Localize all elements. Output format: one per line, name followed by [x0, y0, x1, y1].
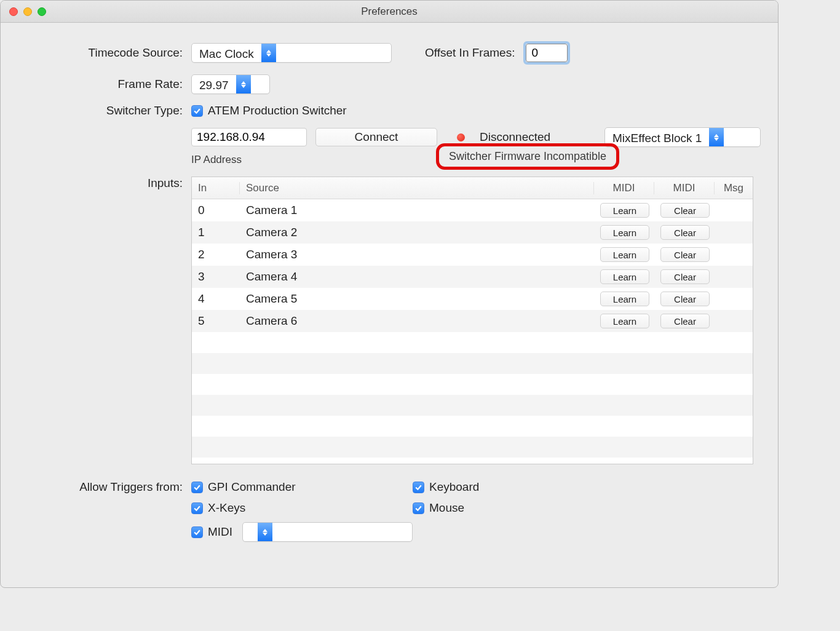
mouse-checkbox[interactable]	[413, 502, 424, 514]
titlebar: Preferences	[1, 1, 778, 23]
keyboard-label: Keyboard	[429, 480, 479, 494]
clear-button[interactable]: Clear	[660, 247, 710, 262]
switcher-type-label: Switcher Type:	[18, 104, 191, 117]
check-icon	[193, 528, 201, 536]
table-row[interactable]: 2Camera 3LearnClear	[192, 244, 753, 266]
learn-button[interactable]: Learn	[600, 269, 649, 284]
col-source: Source	[240, 182, 594, 194]
table-row	[192, 437, 753, 458]
mixeffect-select[interactable]: MixEffect Block 1	[604, 127, 761, 147]
check-icon	[193, 483, 201, 491]
clear-button[interactable]: Clear	[660, 203, 710, 218]
check-icon	[414, 504, 422, 512]
clear-button[interactable]: Clear	[660, 225, 710, 240]
cell-in: 4	[192, 292, 240, 306]
ip-address-input[interactable]	[191, 128, 307, 146]
cell-source: Camera 4	[240, 270, 594, 284]
cell-in: 1	[192, 226, 240, 239]
table-row[interactable]: 5Camera 6LearnClear	[192, 310, 753, 332]
clear-button[interactable]: Clear	[660, 314, 710, 328]
inputs-label: Inputs:	[18, 177, 191, 190]
chevron-updown-icon	[258, 523, 272, 541]
learn-button[interactable]: Learn	[600, 292, 649, 306]
clear-button[interactable]: Clear	[660, 269, 710, 284]
atem-checkbox[interactable]	[191, 105, 203, 117]
table-row	[192, 332, 753, 353]
cell-source: Camera 3	[240, 248, 594, 261]
status-indicator-icon	[457, 133, 465, 141]
table-row[interactable]: 4Camera 5LearnClear	[192, 288, 753, 310]
clear-button[interactable]: Clear	[660, 292, 710, 306]
cell-in: 3	[192, 270, 240, 284]
timecode-source-value: Mac Clock	[192, 44, 261, 62]
timecode-source-label: Timecode Source:	[18, 46, 191, 60]
learn-button[interactable]: Learn	[600, 314, 649, 328]
table-row	[192, 374, 753, 395]
table-row	[192, 416, 753, 437]
check-icon	[414, 483, 422, 491]
midi-label: MIDI	[208, 525, 232, 539]
offset-frames-input[interactable]	[526, 44, 568, 62]
cell-source: Camera 2	[240, 226, 594, 239]
check-icon	[193, 107, 201, 115]
check-icon	[193, 504, 201, 512]
keyboard-checkbox[interactable]	[413, 482, 424, 493]
col-midi2: MIDI	[654, 182, 715, 194]
cell-source: Camera 5	[240, 292, 594, 306]
cell-source: Camera 1	[240, 204, 594, 217]
triggers-label: Allow Triggers from:	[18, 480, 191, 494]
midi-checkbox[interactable]	[191, 526, 203, 538]
offset-frames-label: Offset In Frames:	[425, 46, 515, 60]
window-title: Preferences	[1, 6, 778, 18]
col-in: In	[192, 182, 240, 194]
table-row[interactable]: 1Camera 2LearnClear	[192, 221, 753, 244]
gpi-label: GPI Commander	[208, 480, 296, 494]
xkeys-label: X-Keys	[208, 501, 245, 515]
midi-device-value	[243, 523, 258, 541]
connection-status: Disconnected	[480, 130, 550, 144]
learn-button[interactable]: Learn	[600, 247, 649, 262]
table-row[interactable]: 0Camera 1LearnClear	[192, 199, 753, 221]
atem-checkbox-label: ATEM Production Switcher	[208, 104, 347, 117]
ip-address-label: IP Address	[191, 154, 242, 166]
cell-in: 5	[192, 314, 240, 328]
cell-source: Camera 6	[240, 314, 594, 328]
chevron-updown-icon	[236, 75, 251, 93]
frame-rate-label: Frame Rate:	[18, 77, 191, 91]
chevron-updown-icon	[261, 44, 276, 62]
timecode-source-select[interactable]: Mac Clock	[191, 43, 392, 63]
offset-frames-focus-ring	[523, 41, 570, 65]
learn-button[interactable]: Learn	[600, 203, 649, 218]
gpi-checkbox[interactable]	[191, 482, 203, 493]
table-header: In Source MIDI MIDI Msg	[192, 177, 753, 199]
connect-button[interactable]: Connect	[315, 128, 437, 146]
chevron-updown-icon	[709, 128, 724, 146]
table-row	[192, 395, 753, 416]
table-row[interactable]: 3Camera 4LearnClear	[192, 266, 753, 288]
frame-rate-value: 29.97	[192, 75, 236, 93]
cell-in: 2	[192, 248, 240, 261]
mixeffect-value: MixEffect Block 1	[605, 128, 709, 146]
firmware-callout: Switcher Firmware Incompatible	[436, 143, 619, 170]
cell-in: 0	[192, 204, 240, 217]
table-row	[192, 353, 753, 374]
col-msg: Msg	[715, 182, 753, 194]
xkeys-checkbox[interactable]	[191, 502, 203, 514]
frame-rate-select[interactable]: 29.97	[191, 74, 270, 94]
mouse-label: Mouse	[429, 501, 464, 515]
col-midi1: MIDI	[594, 182, 654, 194]
midi-device-select[interactable]	[242, 522, 413, 542]
learn-button[interactable]: Learn	[600, 225, 649, 240]
inputs-table: In Source MIDI MIDI Msg 0Camera 1LearnCl…	[191, 177, 753, 464]
